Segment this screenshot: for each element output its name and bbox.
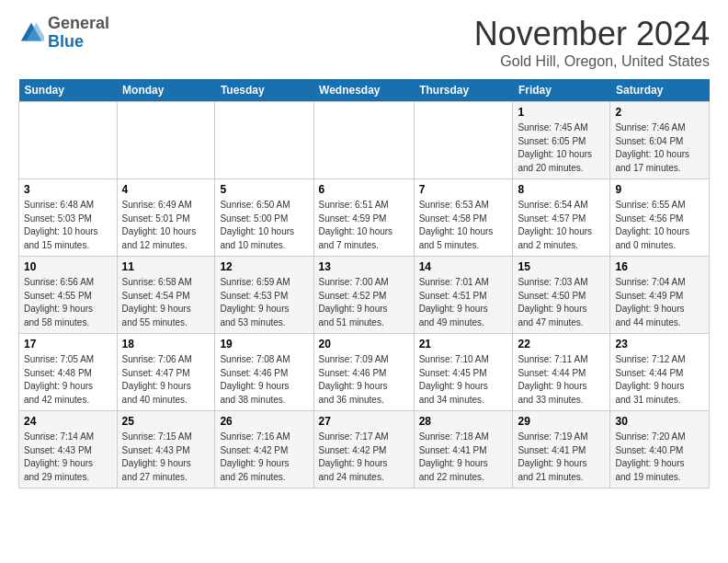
- day-info: Sunrise: 6:49 AM Sunset: 5:01 PM Dayligh…: [122, 199, 210, 252]
- day-number: 8: [518, 183, 605, 196]
- day-info: Sunrise: 7:04 AM Sunset: 4:49 PM Dayligh…: [615, 276, 704, 329]
- day-info: Sunrise: 7:05 AM Sunset: 4:48 PM Dayligh…: [24, 353, 112, 407]
- calendar-cell: 19Sunrise: 7:08 AM Sunset: 4:46 PM Dayli…: [215, 334, 313, 411]
- page-header: General Blue November 2024 Gold Hill, Or…: [18, 15, 710, 70]
- calendar-cell: 15Sunrise: 7:03 AM Sunset: 4:50 PM Dayli…: [513, 257, 610, 334]
- day-number: 11: [122, 260, 210, 273]
- calendar-cell: 14Sunrise: 7:01 AM Sunset: 4:51 PM Dayli…: [414, 257, 513, 334]
- col-thursday: Thursday: [414, 79, 513, 102]
- day-number: 16: [615, 260, 704, 273]
- calendar-cell: 11Sunrise: 6:58 AM Sunset: 4:54 PM Dayli…: [117, 257, 215, 334]
- header-row: Sunday Monday Tuesday Wednesday Thursday…: [19, 79, 710, 102]
- day-number: 30: [615, 415, 704, 428]
- day-number: 18: [122, 338, 210, 350]
- logo-blue: Blue: [48, 32, 84, 51]
- page-container: General Blue November 2024 Gold Hill, Or…: [0, 0, 728, 498]
- day-info: Sunrise: 7:45 AM Sunset: 6:05 PM Dayligh…: [518, 121, 605, 175]
- calendar-cell: 26Sunrise: 7:16 AM Sunset: 4:42 PM Dayli…: [215, 411, 313, 488]
- day-number: 3: [24, 183, 112, 196]
- calendar-cell: 6Sunrise: 6:51 AM Sunset: 4:59 PM Daylig…: [313, 179, 414, 257]
- calendar-cell: 30Sunrise: 7:20 AM Sunset: 4:40 PM Dayli…: [610, 411, 710, 488]
- day-info: Sunrise: 6:51 AM Sunset: 4:59 PM Dayligh…: [319, 199, 409, 252]
- day-number: 10: [24, 260, 112, 273]
- day-number: 5: [220, 183, 308, 196]
- calendar-cell: 24Sunrise: 7:14 AM Sunset: 4:43 PM Dayli…: [19, 411, 118, 488]
- day-info: Sunrise: 7:11 AM Sunset: 4:44 PM Dayligh…: [518, 353, 605, 407]
- logo-general: General: [48, 14, 109, 32]
- day-number: 25: [122, 415, 210, 428]
- day-info: Sunrise: 7:46 AM Sunset: 6:04 PM Dayligh…: [615, 121, 704, 175]
- day-number: 13: [319, 260, 409, 273]
- col-monday: Monday: [117, 79, 215, 102]
- day-number: 23: [615, 338, 704, 350]
- day-info: Sunrise: 6:56 AM Sunset: 4:55 PM Dayligh…: [24, 276, 112, 329]
- day-info: Sunrise: 7:09 AM Sunset: 4:46 PM Dayligh…: [319, 353, 409, 407]
- calendar-cell: [19, 102, 118, 179]
- calendar-cell: 2Sunrise: 7:46 AM Sunset: 6:04 PM Daylig…: [610, 102, 710, 179]
- logo-icon: [18, 20, 44, 46]
- calendar-table: Sunday Monday Tuesday Wednesday Thursday…: [18, 79, 710, 488]
- calendar-cell: 21Sunrise: 7:10 AM Sunset: 4:45 PM Dayli…: [414, 334, 513, 411]
- day-info: Sunrise: 6:50 AM Sunset: 5:00 PM Dayligh…: [220, 199, 308, 252]
- col-saturday: Saturday: [610, 79, 710, 102]
- day-number: 20: [319, 338, 409, 350]
- logo-text: General Blue: [48, 15, 109, 52]
- col-tuesday: Tuesday: [215, 79, 313, 102]
- day-number: 22: [518, 338, 605, 350]
- calendar-cell: 29Sunrise: 7:19 AM Sunset: 4:41 PM Dayli…: [513, 411, 610, 488]
- calendar-week-3: 17Sunrise: 7:05 AM Sunset: 4:48 PM Dayli…: [19, 334, 710, 411]
- day-info: Sunrise: 7:14 AM Sunset: 4:43 PM Dayligh…: [24, 431, 112, 484]
- col-sunday: Sunday: [19, 79, 118, 102]
- calendar-cell: [414, 102, 513, 179]
- calendar-header: Sunday Monday Tuesday Wednesday Thursday…: [19, 79, 710, 102]
- day-number: 4: [122, 183, 210, 196]
- calendar-cell: 17Sunrise: 7:05 AM Sunset: 4:48 PM Dayli…: [19, 334, 118, 411]
- calendar-cell: 25Sunrise: 7:15 AM Sunset: 4:43 PM Dayli…: [117, 411, 215, 488]
- day-info: Sunrise: 6:48 AM Sunset: 5:03 PM Dayligh…: [24, 199, 112, 252]
- day-info: Sunrise: 6:53 AM Sunset: 4:58 PM Dayligh…: [419, 199, 508, 252]
- day-info: Sunrise: 7:19 AM Sunset: 4:41 PM Dayligh…: [518, 431, 605, 484]
- calendar-cell: 16Sunrise: 7:04 AM Sunset: 4:49 PM Dayli…: [610, 257, 710, 334]
- col-friday: Friday: [513, 79, 610, 102]
- calendar-cell: 27Sunrise: 7:17 AM Sunset: 4:42 PM Dayli…: [313, 411, 414, 488]
- day-number: 28: [419, 415, 508, 428]
- day-info: Sunrise: 7:15 AM Sunset: 4:43 PM Dayligh…: [122, 431, 210, 484]
- day-info: Sunrise: 7:16 AM Sunset: 4:42 PM Dayligh…: [220, 431, 308, 484]
- calendar-cell: 12Sunrise: 6:59 AM Sunset: 4:53 PM Dayli…: [215, 257, 313, 334]
- day-info: Sunrise: 6:54 AM Sunset: 4:57 PM Dayligh…: [518, 199, 605, 252]
- location: Gold Hill, Oregon, United States: [474, 53, 710, 70]
- calendar-cell: [215, 102, 313, 179]
- day-number: 19: [220, 338, 308, 350]
- calendar-week-1: 3Sunrise: 6:48 AM Sunset: 5:03 PM Daylig…: [19, 179, 710, 257]
- day-info: Sunrise: 7:08 AM Sunset: 4:46 PM Dayligh…: [220, 353, 308, 407]
- day-info: Sunrise: 7:03 AM Sunset: 4:50 PM Dayligh…: [518, 276, 605, 329]
- day-number: 27: [319, 415, 409, 428]
- day-info: Sunrise: 6:58 AM Sunset: 4:54 PM Dayligh…: [122, 276, 210, 329]
- day-info: Sunrise: 7:00 AM Sunset: 4:52 PM Dayligh…: [319, 276, 409, 329]
- day-number: 15: [518, 260, 605, 273]
- day-number: 9: [615, 183, 704, 196]
- calendar-week-0: 1Sunrise: 7:45 AM Sunset: 6:05 PM Daylig…: [19, 102, 710, 179]
- day-info: Sunrise: 7:17 AM Sunset: 4:42 PM Dayligh…: [319, 431, 409, 484]
- calendar-cell: 22Sunrise: 7:11 AM Sunset: 4:44 PM Dayli…: [513, 334, 610, 411]
- calendar-cell: 7Sunrise: 6:53 AM Sunset: 4:58 PM Daylig…: [414, 179, 513, 257]
- day-info: Sunrise: 7:18 AM Sunset: 4:41 PM Dayligh…: [419, 431, 508, 484]
- day-number: 21: [419, 338, 508, 350]
- calendar-cell: 23Sunrise: 7:12 AM Sunset: 4:44 PM Dayli…: [610, 334, 710, 411]
- calendar-cell: 18Sunrise: 7:06 AM Sunset: 4:47 PM Dayli…: [117, 334, 215, 411]
- day-number: 12: [220, 260, 308, 273]
- day-number: 24: [24, 415, 112, 428]
- day-info: Sunrise: 6:59 AM Sunset: 4:53 PM Dayligh…: [220, 276, 308, 329]
- calendar-cell: 10Sunrise: 6:56 AM Sunset: 4:55 PM Dayli…: [19, 257, 118, 334]
- calendar-cell: 1Sunrise: 7:45 AM Sunset: 6:05 PM Daylig…: [513, 102, 610, 179]
- day-number: 7: [419, 183, 508, 196]
- calendar-cell: 4Sunrise: 6:49 AM Sunset: 5:01 PM Daylig…: [117, 179, 215, 257]
- day-number: 17: [24, 338, 112, 350]
- calendar-cell: 5Sunrise: 6:50 AM Sunset: 5:00 PM Daylig…: [215, 179, 313, 257]
- calendar-cell: 9Sunrise: 6:55 AM Sunset: 4:56 PM Daylig…: [610, 179, 710, 257]
- title-block: November 2024 Gold Hill, Oregon, United …: [474, 15, 710, 70]
- day-info: Sunrise: 7:06 AM Sunset: 4:47 PM Dayligh…: [122, 353, 210, 407]
- day-number: 2: [615, 106, 704, 119]
- day-number: 29: [518, 415, 605, 428]
- day-info: Sunrise: 7:01 AM Sunset: 4:51 PM Dayligh…: [419, 276, 508, 329]
